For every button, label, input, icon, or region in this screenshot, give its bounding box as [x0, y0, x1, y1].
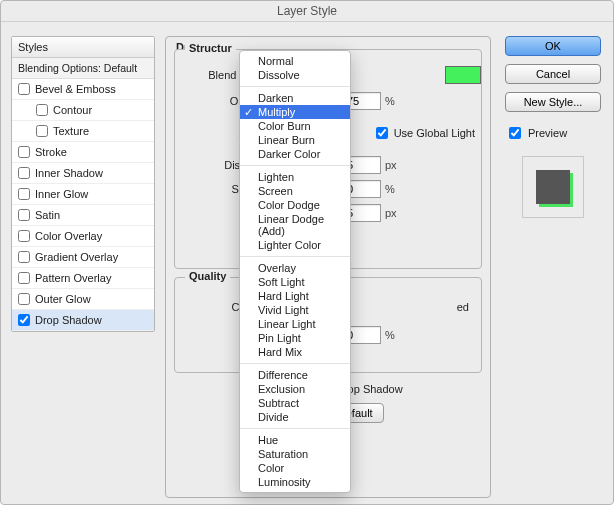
style-row-pattern-overlay[interactable]: Pattern Overlay [12, 268, 154, 289]
style-row-contour[interactable]: Contour [12, 100, 154, 121]
menu-separator [240, 256, 350, 257]
style-checkbox[interactable] [18, 272, 30, 284]
style-label: Pattern Overlay [35, 272, 111, 284]
menu-item-lighter-color[interactable]: Lighter Color [240, 238, 350, 252]
style-checkbox[interactable] [18, 314, 30, 326]
style-checkbox[interactable] [18, 167, 30, 179]
distance-unit: px [385, 159, 397, 171]
menu-separator [240, 86, 350, 87]
cancel-button[interactable]: Cancel [505, 64, 601, 84]
menu-item-difference[interactable]: Difference [240, 368, 350, 382]
style-checkbox[interactable] [18, 251, 30, 263]
menu-separator [240, 363, 350, 364]
preview-thumbnail [536, 170, 570, 204]
menu-item-linear-burn[interactable]: Linear Burn [240, 133, 350, 147]
style-label: Satin [35, 209, 60, 221]
ok-button[interactable]: OK [505, 36, 601, 56]
style-row-color-overlay[interactable]: Color Overlay [12, 226, 154, 247]
style-label: Stroke [35, 146, 67, 158]
menu-item-color-burn[interactable]: Color Burn [240, 119, 350, 133]
noise-unit: % [385, 329, 395, 341]
menu-item-color-dodge[interactable]: Color Dodge [240, 198, 350, 212]
menu-item-exclusion[interactable]: Exclusion [240, 382, 350, 396]
menu-item-hard-mix[interactable]: Hard Mix [240, 345, 350, 359]
menu-item-dissolve[interactable]: Dissolve [240, 68, 350, 82]
style-row-gradient-overlay[interactable]: Gradient Overlay [12, 247, 154, 268]
menu-item-pin-light[interactable]: Pin Light [240, 331, 350, 345]
use-global-light-input[interactable] [376, 127, 388, 139]
menu-item-vivid-light[interactable]: Vivid Light [240, 303, 350, 317]
style-checkbox[interactable] [36, 104, 48, 116]
style-row-drop-shadow[interactable]: Drop Shadow [12, 310, 154, 331]
antialiased-tail: ed [457, 301, 469, 313]
use-global-light-label: Use Global Light [394, 127, 475, 139]
style-checkbox[interactable] [18, 293, 30, 305]
style-row-outer-glow[interactable]: Outer Glow [12, 289, 154, 310]
style-row-inner-glow[interactable]: Inner Glow [12, 184, 154, 205]
menu-item-color[interactable]: Color [240, 461, 350, 475]
style-checkbox[interactable] [18, 146, 30, 158]
opacity-unit: % [385, 95, 395, 107]
menu-item-darken[interactable]: Darken [240, 91, 350, 105]
spread-unit: % [385, 183, 395, 195]
style-row-stroke[interactable]: Stroke [12, 142, 154, 163]
styles-panel: Styles Blending Options: Default Bevel &… [11, 36, 155, 332]
style-label: Inner Glow [35, 188, 88, 200]
style-label: Gradient Overlay [35, 251, 118, 263]
style-label: Drop Shadow [35, 314, 102, 326]
style-label: Outer Glow [35, 293, 91, 305]
style-label: Texture [53, 125, 89, 137]
style-label: Contour [53, 104, 92, 116]
menu-item-hard-light[interactable]: Hard Light [240, 289, 350, 303]
style-row-texture[interactable]: Texture [12, 121, 154, 142]
menu-item-soft-light[interactable]: Soft Light [240, 275, 350, 289]
style-checkbox[interactable] [18, 209, 30, 221]
right-column: OK Cancel New Style... Preview [505, 36, 601, 218]
menu-item-lighten[interactable]: Lighten [240, 170, 350, 184]
menu-item-darker-color[interactable]: Darker Color [240, 147, 350, 161]
style-label: Color Overlay [35, 230, 102, 242]
layer-style-window: Layer Style Styles Blending Options: Def… [0, 0, 614, 505]
style-checkbox[interactable] [18, 230, 30, 242]
quality-legend: Quality [185, 270, 230, 282]
size-unit: px [385, 207, 397, 219]
menu-item-overlay[interactable]: Overlay [240, 261, 350, 275]
structure-legend: Structur [185, 42, 236, 54]
style-row-satin[interactable]: Satin [12, 205, 154, 226]
menu-separator [240, 428, 350, 429]
style-checkbox[interactable] [18, 83, 30, 95]
menu-item-multiply[interactable]: Multiply [240, 105, 350, 119]
window-content: Styles Blending Options: Default Bevel &… [1, 22, 613, 504]
blending-options-row[interactable]: Blending Options: Default [12, 58, 154, 79]
styles-header[interactable]: Styles [12, 37, 154, 58]
menu-item-luminosity[interactable]: Luminosity [240, 475, 350, 489]
menu-item-hue[interactable]: Hue [240, 433, 350, 447]
menu-item-saturation[interactable]: Saturation [240, 447, 350, 461]
preview-input[interactable] [509, 127, 521, 139]
menu-item-screen[interactable]: Screen [240, 184, 350, 198]
preview-checkbox[interactable]: Preview [505, 124, 601, 142]
menu-item-subtract[interactable]: Subtract [240, 396, 350, 410]
style-label: Bevel & Emboss [35, 83, 116, 95]
preview-label: Preview [528, 127, 567, 139]
menu-item-linear-light[interactable]: Linear Light [240, 317, 350, 331]
menu-item-normal[interactable]: Normal [240, 54, 350, 68]
style-checkbox[interactable] [18, 188, 30, 200]
menu-separator [240, 165, 350, 166]
menu-item-linear-dodge-add-[interactable]: Linear Dodge (Add) [240, 212, 350, 238]
shadow-color-swatch[interactable] [445, 66, 481, 84]
style-row-bevel-emboss[interactable]: Bevel & Emboss [12, 79, 154, 100]
preview-swatch [522, 156, 584, 218]
style-label: Inner Shadow [35, 167, 103, 179]
style-checkbox[interactable] [36, 125, 48, 137]
window-title: Layer Style [1, 1, 613, 22]
blend-mode-menu[interactable]: NormalDissolveDarkenMultiplyColor BurnLi… [239, 50, 351, 493]
style-row-inner-shadow[interactable]: Inner Shadow [12, 163, 154, 184]
menu-item-divide[interactable]: Divide [240, 410, 350, 424]
styles-list: Bevel & EmbossContourTextureStrokeInner … [12, 79, 154, 331]
use-global-light-checkbox[interactable]: Use Global Light [372, 124, 475, 142]
new-style-button[interactable]: New Style... [505, 92, 601, 112]
